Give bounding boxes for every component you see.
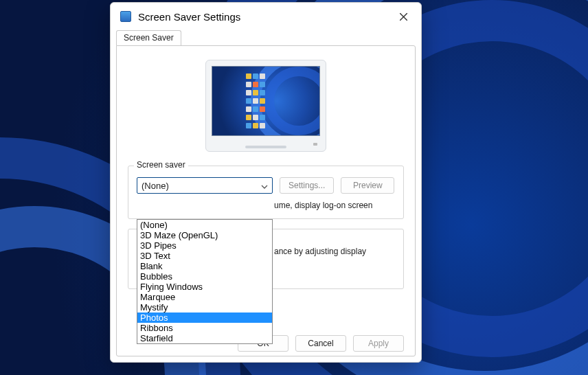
screen-saver-settings-dialog: Screen Saver Settings Screen Saver [110,2,422,363]
screensaver-combobox[interactable]: (None) [137,177,273,194]
apply-button[interactable]: Apply [353,335,404,352]
dropdown-option[interactable]: Ribbons [137,323,272,333]
dropdown-option[interactable]: Photos [137,312,272,323]
tab-panel: Screen saver (None) Settings... Preview [116,45,416,356]
title-bar[interactable]: Screen Saver Settings [111,3,421,30]
screensaver-dropdown-list[interactable]: (None)3D Maze (OpenGL)3D Pipes3D TextBla… [137,219,273,344]
dropdown-option[interactable]: 3D Pipes [137,240,272,251]
close-icon [400,13,407,21]
dropdown-option[interactable]: Mystify [137,302,272,312]
group-screensaver: Screen saver (None) Settings... Preview [128,166,404,219]
dropdown-option[interactable]: Starfield [137,333,272,343]
dropdown-option[interactable]: (None) [137,220,272,230]
close-button[interactable] [392,7,414,26]
client-area: Screen Saver [111,30,421,362]
dropdown-option[interactable]: 3D Text [137,251,272,261]
screensaver-selected-value: (None) [142,181,169,191]
resume-logon-text: ume, display log-on screen [137,201,395,210]
settings-button[interactable]: Settings... [280,177,334,194]
preview-button[interactable]: Preview [341,177,394,194]
dropdown-option[interactable]: Blank [137,261,272,271]
tab-screen-saver[interactable]: Screen Saver [116,30,181,45]
group-screensaver-legend: Screen saver [134,160,188,170]
dropdown-option[interactable]: Marquee [137,292,272,302]
chevron-down-icon [261,181,268,191]
dropdown-option[interactable]: Bubbles [137,271,272,282]
dropdown-option[interactable]: 3D Maze (OpenGL) [137,230,272,240]
tab-label: Screen Saver [124,33,174,43]
app-icon [120,11,131,22]
cancel-button[interactable]: Cancel [295,335,346,352]
window-title: Screen Saver Settings [138,11,240,23]
monitor-preview [205,60,326,152]
dropdown-option[interactable]: Flying Windows [137,282,272,292]
